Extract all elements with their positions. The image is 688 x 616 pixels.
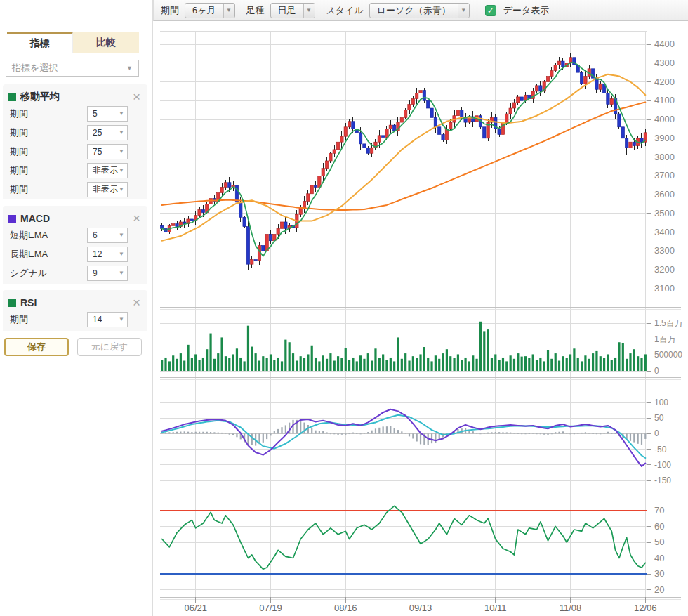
bartype-dropdown[interactable]: 日足 ▼ (270, 3, 315, 18)
macd-row: シグナル 9▼ (8, 263, 142, 282)
rsi-period-select[interactable]: 14▼ (87, 312, 128, 327)
macd-row: 長期EMA 12▼ (8, 244, 142, 263)
style-dropdown[interactable]: ローソク（赤青） ▼ (369, 3, 470, 18)
select-value: 6 (93, 230, 98, 240)
svg-text:-50: -50 (654, 445, 667, 454)
section-rsi: RSI × 期間 14▼ (3, 290, 147, 331)
svg-text:3800: 3800 (654, 152, 675, 162)
reset-button[interactable]: 元に戻す (77, 338, 142, 356)
ma-period-row: 期間 非表示▼ (8, 161, 142, 180)
svg-text:0: 0 (654, 366, 659, 376)
svg-text:1.5百万: 1.5百万 (654, 318, 683, 328)
svg-text:3400: 3400 (654, 227, 675, 237)
chart-canvas[interactable]: 3100320033003400350036003700380039004000… (153, 21, 688, 616)
svg-text:06/21: 06/21 (184, 603, 207, 613)
chevron-down-icon: ▼ (126, 65, 133, 72)
row-label: 期間 (10, 107, 28, 120)
ma-period3-select[interactable]: 75▼ (87, 144, 128, 159)
ma-period1-select[interactable]: 5▼ (87, 106, 128, 122)
indicator-select[interactable]: 指標を選択 ▼ (6, 60, 139, 77)
ma-period2-select[interactable]: 25▼ (87, 125, 128, 140)
chevron-down-icon: ▼ (119, 232, 124, 238)
ma-period4-select[interactable]: 非表示▼ (87, 163, 128, 178)
ma-period-row: 期間 75▼ (8, 142, 142, 161)
ma-period-row: 期間 非表示▼ (8, 180, 142, 199)
svg-text:10/11: 10/11 (484, 603, 507, 613)
svg-text:3900: 3900 (654, 133, 675, 143)
data-display-checkbox[interactable]: ✓ (485, 5, 496, 16)
macd-long-ema-select[interactable]: 12▼ (87, 247, 128, 262)
select-value: 非表示 (93, 183, 118, 195)
svg-text:08/16: 08/16 (334, 603, 357, 613)
section-title: 移動平均 (20, 91, 131, 103)
svg-text:100: 100 (654, 398, 668, 407)
section-title: RSI (20, 297, 131, 308)
chevron-down-icon: ▼ (119, 110, 124, 117)
stock-chart-app: 期間 6ヶ月 ▼ 足種 日足 ▼ スタイル ローソク（赤青） ▼ ✓ データ表示… (0, 0, 688, 616)
row-label: 短期EMA (10, 229, 48, 242)
ma-period-row: 期間 5▼ (8, 104, 142, 123)
svg-text:500000: 500000 (654, 350, 682, 360)
macd-row: 短期EMA 6▼ (8, 225, 142, 244)
svg-text:30: 30 (654, 568, 664, 579)
svg-text:50: 50 (654, 413, 664, 423)
section-macd: MACD × 短期EMA 6▼ 長期EMA 12▼ シグナル 9▼ (3, 206, 147, 284)
svg-text:12/06: 12/06 (634, 603, 657, 613)
svg-text:4000: 4000 (654, 114, 675, 124)
chevron-down-icon: ▼ (119, 129, 124, 136)
chevron-down-icon[interactable]: ▼ (458, 4, 469, 18)
bartype-label: 足種 (246, 4, 265, 17)
close-icon[interactable]: × (131, 297, 142, 308)
svg-text:60: 60 (654, 521, 664, 532)
macd-short-ema-select[interactable]: 6▼ (87, 228, 128, 243)
style-label: スタイル (326, 4, 364, 17)
indicator-sidebar: 指標 比較 指標を選択 ▼ 移動平均 × 期間 5▼ 期間 25▼ 期間 (0, 0, 153, 616)
chevron-down-icon[interactable]: ▼ (223, 4, 234, 18)
tab-indicators[interactable]: 指標 (7, 32, 73, 53)
period-label: 期間 (161, 4, 179, 17)
svg-text:4100: 4100 (654, 95, 675, 105)
rsi-color-swatch (8, 299, 16, 307)
macd-color-swatch (8, 215, 16, 223)
select-value: 非表示 (93, 164, 118, 176)
style-value: ローソク（赤青） (370, 4, 458, 18)
sidebar-tabs: 指標 比較 (7, 32, 139, 53)
row-label: シグナル (10, 267, 47, 280)
select-value: 5 (93, 109, 98, 119)
ma-period5-select[interactable]: 非表示▼ (87, 182, 128, 197)
chevron-down-icon: ▼ (119, 186, 124, 192)
close-icon[interactable]: × (131, 91, 142, 103)
macd-signal-select[interactable]: 9▼ (87, 266, 128, 281)
svg-text:09/13: 09/13 (409, 603, 432, 613)
chevron-down-icon[interactable]: ▼ (303, 4, 315, 18)
section-moving-average: 移動平均 × 期間 5▼ 期間 25▼ 期間 75▼ 期間 非表示▼ 期間 非表… (3, 84, 147, 199)
svg-text:3100: 3100 (654, 283, 675, 294)
ma-color-swatch (8, 93, 16, 101)
chart-toolbar: 期間 6ヶ月 ▼ 足種 日足 ▼ スタイル ローソク（赤青） ▼ ✓ データ表示 (153, 0, 688, 21)
row-label: 期間 (10, 145, 28, 158)
chart-area[interactable]: 3100320033003400350036003700380039004000… (153, 21, 688, 616)
row-label: 期間 (10, 313, 28, 326)
svg-text:07/19: 07/19 (259, 603, 282, 613)
svg-text:40: 40 (654, 553, 664, 563)
svg-text:3500: 3500 (654, 208, 675, 218)
period-dropdown[interactable]: 6ヶ月 ▼ (185, 3, 235, 18)
select-value: 14 (93, 315, 102, 325)
row-label: 期間 (10, 164, 28, 177)
ma-period-row: 期間 25▼ (8, 123, 142, 142)
svg-text:3600: 3600 (654, 189, 675, 199)
save-button[interactable]: 保存 (4, 338, 69, 356)
svg-text:50: 50 (654, 537, 664, 547)
indicator-select-placeholder: 指標を選択 (12, 62, 58, 74)
svg-text:70: 70 (654, 505, 664, 516)
tab-compare[interactable]: 比較 (73, 32, 139, 53)
chevron-down-icon: ▼ (119, 251, 124, 257)
chevron-down-icon: ▼ (119, 270, 124, 276)
select-value: 75 (93, 147, 102, 157)
close-icon[interactable]: × (131, 213, 142, 224)
row-label: 期間 (10, 126, 28, 139)
section-title: MACD (20, 213, 131, 224)
svg-text:3700: 3700 (654, 170, 675, 181)
select-value: 9 (93, 268, 98, 278)
chevron-down-icon: ▼ (119, 148, 124, 155)
